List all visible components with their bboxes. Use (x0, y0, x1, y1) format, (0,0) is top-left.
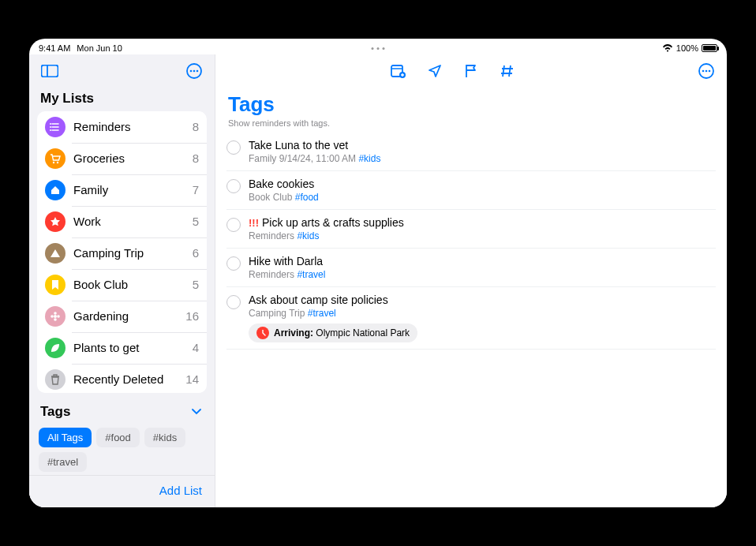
reminder-item[interactable]: Ask about camp site policiesCamping Trip… (226, 287, 716, 350)
list-count: 5 (193, 215, 199, 228)
list-icon (45, 117, 65, 137)
reminder-checkbox[interactable] (226, 179, 241, 193)
cart-icon (45, 148, 65, 169)
battery-icon (702, 44, 717, 52)
svg-point-6 (50, 123, 51, 125)
calendar-add-icon[interactable] (387, 60, 410, 82)
reminder-item[interactable]: Hike with DarlaReminders #travel (226, 249, 716, 287)
reminder-tag[interactable]: #travel (308, 308, 336, 319)
home-indicator[interactable] (331, 512, 425, 515)
list-count: 14 (185, 372, 199, 386)
reminder-meta: Book Club (249, 192, 292, 203)
list-count: 8 (193, 151, 199, 165)
reminder-checkbox[interactable] (226, 218, 241, 232)
list-name: Reminders (73, 120, 185, 133)
list-name: Groceries (73, 151, 185, 165)
svg-point-9 (53, 161, 54, 163)
more-options-icon[interactable] (183, 60, 205, 82)
svg-point-22 (709, 70, 711, 73)
sidebar-list-item[interactable]: Camping Trip6 (37, 237, 207, 269)
list-name: Camping Trip (73, 246, 185, 260)
sidebar-list-item[interactable]: Book Club5 (37, 269, 207, 301)
reminder-tag[interactable]: #food (295, 192, 319, 203)
tag-pill[interactable]: #food (96, 428, 140, 447)
hash-icon[interactable] (496, 60, 518, 82)
reminder-title: Take Luna to the vet (249, 139, 348, 151)
tag-pill[interactable]: #travel (39, 452, 87, 472)
svg-point-14 (51, 315, 54, 318)
sidebar-list-item[interactable]: Groceries8 (37, 143, 207, 174)
reminder-item[interactable]: Take Luna to the vetFamily 9/14/24, 11:0… (226, 133, 716, 171)
reminder-tag[interactable]: #kids (358, 153, 380, 164)
reminder-title: Pick up arts & crafts supplies (262, 216, 404, 229)
sidebar-list-item[interactable]: Work5 (37, 206, 207, 237)
svg-point-20 (702, 70, 705, 73)
location-badge[interactable]: Arriving: Olympic National Park (249, 323, 417, 342)
tent-icon (45, 243, 65, 264)
bookmark-icon (45, 275, 65, 295)
sidebar-list-item[interactable]: Plants to get4 (37, 332, 207, 364)
home-icon (45, 180, 65, 200)
tags-header: Tags (40, 404, 70, 420)
list-count: 8 (193, 120, 199, 133)
svg-point-8 (50, 129, 51, 131)
sidebar-toggle-icon[interactable] (39, 60, 61, 82)
reminder-meta: Reminders (249, 269, 294, 280)
list-name: Work (73, 215, 185, 228)
list-count: 16 (185, 309, 199, 323)
star-icon (45, 211, 65, 232)
multitask-dots-icon[interactable] (372, 47, 385, 50)
flower-icon (45, 306, 65, 327)
add-list-button[interactable]: Add List (159, 484, 202, 497)
reminder-checkbox[interactable] (226, 295, 241, 309)
location-value: Olympic National Park (316, 327, 410, 338)
svg-point-13 (54, 318, 57, 321)
sidebar-list-item[interactable]: Recently Deleted14 (37, 364, 207, 393)
svg-point-12 (54, 312, 57, 315)
svg-point-5 (196, 70, 199, 73)
list-name: Recently Deleted (73, 372, 178, 386)
page-subtitle: Show reminders with tags. (215, 118, 727, 133)
svg-point-15 (57, 315, 60, 318)
svg-point-10 (57, 161, 58, 163)
list-name: Book Club (73, 278, 185, 291)
reminder-tag[interactable]: #kids (297, 230, 319, 241)
sidebar-list-item[interactable]: Reminders8 (37, 111, 207, 143)
sidebar-list-item[interactable]: Gardening16 (37, 301, 207, 332)
more-icon[interactable] (695, 60, 717, 82)
location-label: Arriving: (274, 327, 313, 338)
sidebar-list-item[interactable]: Family7 (37, 174, 207, 206)
status-bar: 9:41 AM Mon Jun 10 100% (29, 39, 727, 54)
reminder-title: Ask about camp site policies (249, 294, 388, 306)
reminder-title: Hike with Darla (249, 255, 323, 267)
svg-point-21 (705, 70, 708, 73)
status-time: 9:41 AM (39, 43, 70, 53)
reminder-meta: Reminders (249, 230, 294, 241)
tag-pill[interactable]: All Tags (39, 428, 92, 447)
list-name: Plants to get (73, 341, 185, 354)
page-title: Tags (215, 88, 727, 118)
sidebar: My Lists Reminders8Groceries8Family7Work… (29, 54, 215, 507)
list-count: 4 (193, 341, 199, 354)
reminder-item[interactable]: Bake cookiesBook Club #food (226, 171, 716, 210)
reminder-checkbox[interactable] (226, 256, 241, 271)
tag-pill[interactable]: #kids (144, 428, 185, 447)
my-lists-header: My Lists (29, 88, 215, 111)
leaf-icon (45, 338, 65, 358)
svg-point-4 (193, 70, 196, 73)
flag-icon[interactable] (460, 60, 482, 82)
battery-pct: 100% (676, 43, 698, 53)
reminder-checkbox[interactable] (226, 140, 241, 155)
svg-rect-0 (42, 65, 58, 77)
list-name: Family (73, 183, 185, 196)
list-count: 5 (193, 278, 199, 291)
list-name: Gardening (73, 309, 178, 323)
reminder-meta: Family 9/14/24, 11:00 AM (249, 153, 356, 164)
reminder-tag[interactable]: #travel (297, 269, 325, 280)
location-arrow-icon[interactable] (424, 60, 446, 82)
svg-point-11 (54, 315, 57, 318)
list-count: 7 (193, 183, 199, 196)
chevron-down-icon[interactable] (189, 405, 204, 419)
wifi-icon (662, 44, 673, 52)
reminder-item[interactable]: !!!Pick up arts & crafts suppliesReminde… (226, 210, 716, 249)
